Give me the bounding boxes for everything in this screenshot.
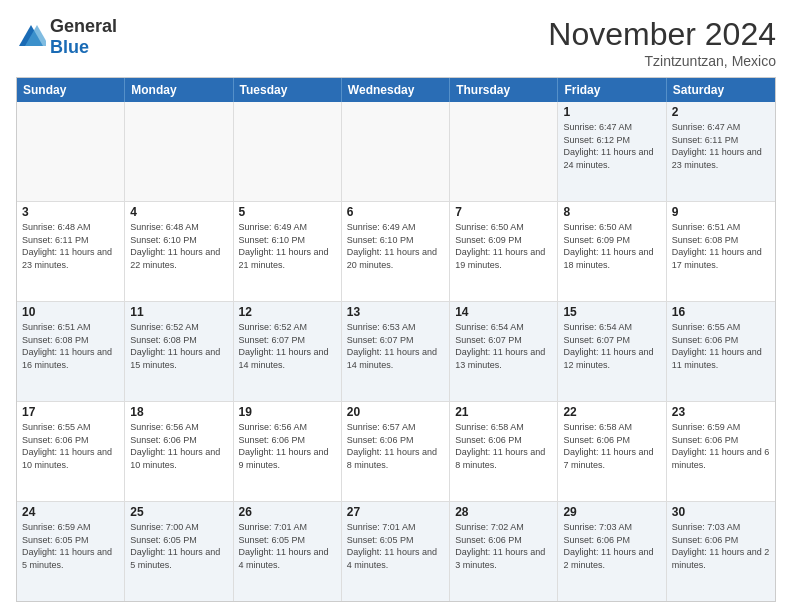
day-info: Sunrise: 6:47 AM Sunset: 6:11 PM Dayligh… <box>672 121 770 171</box>
calendar-cell: 8Sunrise: 6:50 AM Sunset: 6:09 PM Daylig… <box>558 202 666 301</box>
weekday-header: Friday <box>558 78 666 102</box>
day-info: Sunrise: 6:58 AM Sunset: 6:06 PM Dayligh… <box>455 421 552 471</box>
day-info: Sunrise: 6:50 AM Sunset: 6:09 PM Dayligh… <box>563 221 660 271</box>
day-number: 3 <box>22 205 119 219</box>
day-info: Sunrise: 6:56 AM Sunset: 6:06 PM Dayligh… <box>130 421 227 471</box>
day-info: Sunrise: 6:49 AM Sunset: 6:10 PM Dayligh… <box>347 221 444 271</box>
day-number: 8 <box>563 205 660 219</box>
day-number: 9 <box>672 205 770 219</box>
day-info: Sunrise: 7:01 AM Sunset: 6:05 PM Dayligh… <box>239 521 336 571</box>
calendar-row: 24Sunrise: 6:59 AM Sunset: 6:05 PM Dayli… <box>17 502 775 601</box>
day-number: 5 <box>239 205 336 219</box>
day-info: Sunrise: 6:59 AM Sunset: 6:06 PM Dayligh… <box>672 421 770 471</box>
day-number: 11 <box>130 305 227 319</box>
calendar-row: 10Sunrise: 6:51 AM Sunset: 6:08 PM Dayli… <box>17 302 775 402</box>
calendar-header: SundayMondayTuesdayWednesdayThursdayFrid… <box>17 78 775 102</box>
calendar-cell: 5Sunrise: 6:49 AM Sunset: 6:10 PM Daylig… <box>234 202 342 301</box>
calendar-cell: 9Sunrise: 6:51 AM Sunset: 6:08 PM Daylig… <box>667 202 775 301</box>
day-number: 2 <box>672 105 770 119</box>
calendar-cell: 12Sunrise: 6:52 AM Sunset: 6:07 PM Dayli… <box>234 302 342 401</box>
day-info: Sunrise: 7:00 AM Sunset: 6:05 PM Dayligh… <box>130 521 227 571</box>
weekday-header: Sunday <box>17 78 125 102</box>
calendar-cell: 1Sunrise: 6:47 AM Sunset: 6:12 PM Daylig… <box>558 102 666 201</box>
day-info: Sunrise: 7:01 AM Sunset: 6:05 PM Dayligh… <box>347 521 444 571</box>
calendar: SundayMondayTuesdayWednesdayThursdayFrid… <box>16 77 776 602</box>
location: Tzintzuntzan, Mexico <box>548 53 776 69</box>
calendar-cell: 7Sunrise: 6:50 AM Sunset: 6:09 PM Daylig… <box>450 202 558 301</box>
page: General Blue November 2024 Tzintzuntzan,… <box>0 0 792 612</box>
day-info: Sunrise: 6:59 AM Sunset: 6:05 PM Dayligh… <box>22 521 119 571</box>
calendar-cell <box>450 102 558 201</box>
day-number: 20 <box>347 405 444 419</box>
day-info: Sunrise: 7:03 AM Sunset: 6:06 PM Dayligh… <box>672 521 770 571</box>
calendar-cell: 27Sunrise: 7:01 AM Sunset: 6:05 PM Dayli… <box>342 502 450 601</box>
calendar-cell: 28Sunrise: 7:02 AM Sunset: 6:06 PM Dayli… <box>450 502 558 601</box>
day-number: 26 <box>239 505 336 519</box>
day-info: Sunrise: 6:49 AM Sunset: 6:10 PM Dayligh… <box>239 221 336 271</box>
calendar-cell <box>125 102 233 201</box>
day-number: 7 <box>455 205 552 219</box>
day-info: Sunrise: 6:56 AM Sunset: 6:06 PM Dayligh… <box>239 421 336 471</box>
calendar-cell: 21Sunrise: 6:58 AM Sunset: 6:06 PM Dayli… <box>450 402 558 501</box>
weekday-header: Tuesday <box>234 78 342 102</box>
day-number: 10 <box>22 305 119 319</box>
calendar-cell: 6Sunrise: 6:49 AM Sunset: 6:10 PM Daylig… <box>342 202 450 301</box>
logo: General Blue <box>16 16 117 58</box>
calendar-cell: 22Sunrise: 6:58 AM Sunset: 6:06 PM Dayli… <box>558 402 666 501</box>
day-number: 27 <box>347 505 444 519</box>
calendar-row: 17Sunrise: 6:55 AM Sunset: 6:06 PM Dayli… <box>17 402 775 502</box>
calendar-body: 1Sunrise: 6:47 AM Sunset: 6:12 PM Daylig… <box>17 102 775 601</box>
day-number: 17 <box>22 405 119 419</box>
header: General Blue November 2024 Tzintzuntzan,… <box>16 16 776 69</box>
title-section: November 2024 Tzintzuntzan, Mexico <box>548 16 776 69</box>
calendar-cell: 24Sunrise: 6:59 AM Sunset: 6:05 PM Dayli… <box>17 502 125 601</box>
day-info: Sunrise: 6:58 AM Sunset: 6:06 PM Dayligh… <box>563 421 660 471</box>
day-info: Sunrise: 7:03 AM Sunset: 6:06 PM Dayligh… <box>563 521 660 571</box>
day-number: 21 <box>455 405 552 419</box>
month-title: November 2024 <box>548 16 776 53</box>
calendar-cell: 10Sunrise: 6:51 AM Sunset: 6:08 PM Dayli… <box>17 302 125 401</box>
day-info: Sunrise: 6:52 AM Sunset: 6:07 PM Dayligh… <box>239 321 336 371</box>
day-info: Sunrise: 6:54 AM Sunset: 6:07 PM Dayligh… <box>563 321 660 371</box>
day-info: Sunrise: 6:54 AM Sunset: 6:07 PM Dayligh… <box>455 321 552 371</box>
day-info: Sunrise: 6:47 AM Sunset: 6:12 PM Dayligh… <box>563 121 660 171</box>
day-number: 30 <box>672 505 770 519</box>
day-number: 19 <box>239 405 336 419</box>
calendar-cell: 20Sunrise: 6:57 AM Sunset: 6:06 PM Dayli… <box>342 402 450 501</box>
weekday-header: Thursday <box>450 78 558 102</box>
calendar-cell <box>17 102 125 201</box>
calendar-cell: 16Sunrise: 6:55 AM Sunset: 6:06 PM Dayli… <box>667 302 775 401</box>
day-number: 25 <box>130 505 227 519</box>
calendar-cell: 23Sunrise: 6:59 AM Sunset: 6:06 PM Dayli… <box>667 402 775 501</box>
day-number: 24 <box>22 505 119 519</box>
calendar-cell: 17Sunrise: 6:55 AM Sunset: 6:06 PM Dayli… <box>17 402 125 501</box>
logo-icon <box>16 22 46 52</box>
logo-general: General <box>50 16 117 36</box>
day-number: 14 <box>455 305 552 319</box>
day-number: 23 <box>672 405 770 419</box>
calendar-cell: 13Sunrise: 6:53 AM Sunset: 6:07 PM Dayli… <box>342 302 450 401</box>
day-info: Sunrise: 6:48 AM Sunset: 6:11 PM Dayligh… <box>22 221 119 271</box>
calendar-cell: 25Sunrise: 7:00 AM Sunset: 6:05 PM Dayli… <box>125 502 233 601</box>
calendar-row: 1Sunrise: 6:47 AM Sunset: 6:12 PM Daylig… <box>17 102 775 202</box>
day-number: 22 <box>563 405 660 419</box>
calendar-cell: 30Sunrise: 7:03 AM Sunset: 6:06 PM Dayli… <box>667 502 775 601</box>
weekday-header: Saturday <box>667 78 775 102</box>
day-number: 12 <box>239 305 336 319</box>
weekday-header: Monday <box>125 78 233 102</box>
calendar-cell <box>342 102 450 201</box>
day-info: Sunrise: 7:02 AM Sunset: 6:06 PM Dayligh… <box>455 521 552 571</box>
day-info: Sunrise: 6:48 AM Sunset: 6:10 PM Dayligh… <box>130 221 227 271</box>
day-number: 4 <box>130 205 227 219</box>
day-number: 15 <box>563 305 660 319</box>
calendar-cell: 4Sunrise: 6:48 AM Sunset: 6:10 PM Daylig… <box>125 202 233 301</box>
day-number: 28 <box>455 505 552 519</box>
calendar-cell: 26Sunrise: 7:01 AM Sunset: 6:05 PM Dayli… <box>234 502 342 601</box>
day-number: 6 <box>347 205 444 219</box>
calendar-cell <box>234 102 342 201</box>
day-number: 16 <box>672 305 770 319</box>
calendar-cell: 18Sunrise: 6:56 AM Sunset: 6:06 PM Dayli… <box>125 402 233 501</box>
calendar-cell: 29Sunrise: 7:03 AM Sunset: 6:06 PM Dayli… <box>558 502 666 601</box>
day-info: Sunrise: 6:55 AM Sunset: 6:06 PM Dayligh… <box>22 421 119 471</box>
calendar-cell: 14Sunrise: 6:54 AM Sunset: 6:07 PM Dayli… <box>450 302 558 401</box>
